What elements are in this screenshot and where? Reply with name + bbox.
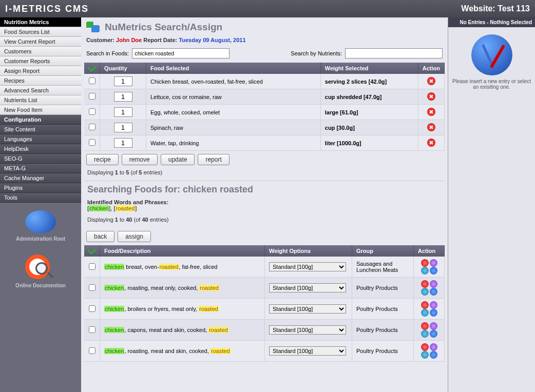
- delete-icon[interactable]: [427, 123, 435, 131]
- power-icon: [25, 210, 56, 233]
- remove-icon[interactable]: [421, 280, 429, 288]
- row-checkbox[interactable]: [89, 263, 95, 270]
- sidebar-item-tools[interactable]: Tools: [0, 193, 81, 203]
- food-desc-cell: chicken breast, oven-roasted, fat-free, …: [100, 257, 265, 278]
- admin-root-block[interactable]: Administration Root: [0, 203, 81, 247]
- info-icon[interactable]: [430, 330, 437, 338]
- assign-icon[interactable]: [421, 309, 429, 317]
- search-foods-input[interactable]: [132, 48, 230, 58]
- favorite-icon[interactable]: [430, 343, 437, 351]
- qty-input[interactable]: [114, 92, 132, 102]
- report-button[interactable]: report: [198, 154, 229, 165]
- qty-input[interactable]: [114, 107, 132, 117]
- back-button[interactable]: back: [86, 231, 114, 242]
- food-desc-cell: chicken, roasting, meat and skin, cooked…: [100, 341, 265, 362]
- favorite-icon[interactable]: [430, 301, 437, 309]
- weight-select[interactable]: Standard [100g]: [269, 325, 346, 335]
- remove-button[interactable]: remove: [122, 154, 158, 165]
- sidebar-item-helpdesk[interactable]: HelpDesk: [0, 144, 81, 154]
- assign-icon[interactable]: [421, 288, 429, 296]
- qty-input[interactable]: [114, 76, 132, 86]
- sidebar-item-plugins[interactable]: Plugins: [0, 183, 81, 193]
- remove-icon[interactable]: [421, 343, 429, 351]
- sidebar-item-nutrition-metrics[interactable]: Nutrition Metrics: [0, 17, 81, 27]
- col-food-desc: Food/Description: [100, 245, 265, 257]
- assign-icon[interactable]: [421, 351, 429, 359]
- col-food: Food Selected: [146, 63, 321, 74]
- customer-line: Customer: John Doe Report Date: Tuesday …: [84, 36, 445, 47]
- row-checkbox[interactable]: [89, 139, 95, 146]
- qty-input[interactable]: [114, 138, 132, 148]
- action-cell: [414, 341, 445, 362]
- search-foods-label: Search in Foods:: [86, 50, 129, 56]
- row-checkbox[interactable]: [89, 124, 95, 130]
- search-results-table: Food/Description Weight Options Group Ac…: [84, 245, 445, 362]
- sidebar-item-advanced-search[interactable]: Advanced Search: [0, 86, 81, 95]
- favorite-icon[interactable]: [430, 259, 437, 267]
- qty-input[interactable]: [114, 123, 132, 132]
- sidebar-item-meta-g[interactable]: META-G: [0, 164, 81, 173]
- sidebar-item-languages[interactable]: Languages: [0, 134, 81, 144]
- check-all-icon[interactable]: [87, 246, 97, 255]
- update-button[interactable]: update: [161, 154, 195, 165]
- delete-icon[interactable]: [427, 139, 435, 147]
- food-cell: Chicken breast, oven-roasted, fat-free, …: [146, 74, 321, 89]
- table-row: Lettuce, cos or romaine, rawcup shredded…: [84, 89, 445, 105]
- row-checkbox[interactable]: [89, 305, 95, 312]
- weight-select[interactable]: Standard [100g]: [269, 304, 346, 313]
- remove-icon[interactable]: [421, 259, 429, 267]
- action-cell: [414, 257, 445, 278]
- table-row: chicken breast, oven-roasted, fat-free, …: [84, 257, 445, 278]
- check-all-icon[interactable]: [87, 63, 97, 72]
- assign-icon[interactable]: [421, 330, 429, 338]
- sidebar-item-new-food-item[interactable]: New Food Item: [0, 105, 81, 115]
- row-checkbox[interactable]: [89, 108, 95, 115]
- info-icon[interactable]: [430, 309, 437, 317]
- delete-icon[interactable]: [427, 108, 435, 116]
- sidebar-item-customers[interactable]: Customers: [0, 47, 81, 56]
- delete-icon[interactable]: [427, 77, 435, 85]
- weight-select[interactable]: Standard [100g]: [269, 262, 346, 271]
- customer-name: John Doe: [116, 37, 142, 43]
- delete-icon[interactable]: [427, 92, 435, 101]
- sidebar-item-seo-g[interactable]: SEO-G: [0, 154, 81, 164]
- search-nutrients-input[interactable]: [345, 48, 443, 58]
- sidebar-item-customer-reports[interactable]: Customer Reports: [0, 56, 81, 66]
- group-cell: Poultry Products: [352, 278, 414, 299]
- info-icon[interactable]: [430, 288, 437, 296]
- row-checkbox[interactable]: [89, 326, 95, 333]
- row-checkbox[interactable]: [89, 284, 95, 291]
- food-cell: Spinach, raw: [146, 120, 321, 135]
- info-icon[interactable]: [430, 267, 437, 275]
- assign-button[interactable]: assign: [118, 231, 151, 242]
- col-weight: Weight Selected: [320, 63, 418, 74]
- sidebar-item-nutrients-list[interactable]: Nutrients List: [0, 95, 81, 105]
- brand: I-METRICS CMS: [5, 4, 89, 14]
- weight-cell: large [61.0g]: [320, 105, 418, 120]
- row-checkbox[interactable]: [89, 93, 95, 100]
- recipe-button[interactable]: recipe: [86, 154, 119, 165]
- row-checkbox[interactable]: [89, 347, 95, 354]
- sidebar-item-recipes[interactable]: Recipes: [0, 76, 81, 86]
- remove-icon[interactable]: [421, 322, 429, 330]
- sidebar-item-cache-manager[interactable]: Cache Manager: [0, 173, 81, 183]
- favorite-icon[interactable]: [430, 280, 437, 288]
- app-header: I-METRICS CMS Website: Test 113: [0, 0, 535, 17]
- site-name: Website: Test 113: [461, 4, 530, 13]
- info-icon[interactable]: [430, 351, 437, 359]
- col-group: Group: [352, 245, 414, 257]
- weight-select[interactable]: Standard [100g]: [269, 346, 346, 356]
- sidebar-item-assign-report[interactable]: Assign Report: [0, 66, 81, 76]
- weight-select[interactable]: Standard [100g]: [269, 283, 346, 292]
- row-checkbox[interactable]: [89, 77, 95, 84]
- sidebar-item-site-content[interactable]: Site Content: [0, 125, 81, 134]
- col-quantity: Quantity: [100, 63, 146, 74]
- remove-icon[interactable]: [421, 301, 429, 309]
- sidebar-item-food-sources-list[interactable]: Food Sources List: [0, 27, 81, 37]
- page-title: NuMetrics Search/Assign: [105, 22, 222, 33]
- food-cell: Lettuce, cos or romaine, raw: [146, 89, 321, 105]
- sidebar-item-view-current-report[interactable]: View Current Report: [0, 37, 81, 47]
- online-doc-block[interactable]: Online Documention: [0, 247, 81, 293]
- favorite-icon[interactable]: [430, 322, 437, 330]
- assign-icon[interactable]: [421, 267, 429, 275]
